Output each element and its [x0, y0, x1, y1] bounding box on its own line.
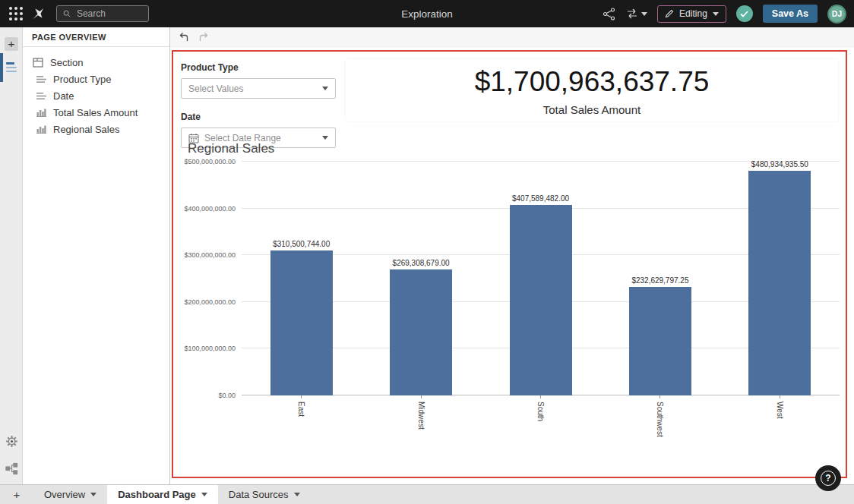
- sidebar-item-section[interactable]: Section: [23, 54, 169, 71]
- check-icon[interactable]: [736, 5, 753, 22]
- list-control-icon: [36, 92, 46, 100]
- tab-label: Overview: [44, 489, 85, 500]
- x-category-cell: East: [242, 395, 361, 461]
- x-category-cell: South: [481, 395, 600, 461]
- sidebar-item-regional-sales[interactable]: Regional Sales: [23, 121, 169, 137]
- y-tick-label: $200,000,000.00: [184, 298, 236, 306]
- bar-value-label: $310,500,744.00: [273, 240, 330, 248]
- page-tab-bar: + Overview Dashboard Page Data Sources: [0, 484, 854, 504]
- tab-overview[interactable]: Overview: [33, 485, 107, 504]
- sidebar-item-label: Date: [53, 90, 74, 102]
- x-category-label: East: [297, 402, 305, 417]
- x-category-label: South: [536, 402, 545, 421]
- bar-south[interactable]: [510, 205, 572, 395]
- add-object-button[interactable]: +: [5, 37, 18, 51]
- top-app-bar: Exploration Editing Save As DJ: [0, 0, 854, 27]
- sidebar-item-label: Total Sales Amount: [53, 107, 138, 118]
- bar-value-label: $480,934,935.50: [751, 160, 808, 169]
- left-icon-rail: +: [0, 27, 23, 484]
- sidebar-item-total-sales-amount[interactable]: Total Sales Amount: [23, 104, 169, 121]
- canvas-toolbar: [170, 27, 854, 47]
- list-control-icon: [36, 75, 46, 83]
- x-axis-tick: [540, 395, 541, 398]
- question-mark-icon: ?: [821, 471, 836, 486]
- x-category-label: Midwest: [417, 402, 425, 430]
- tab-data-sources[interactable]: Data Sources: [218, 485, 311, 504]
- x-category-cell: Southwest: [600, 395, 720, 461]
- editing-label: Editing: [679, 8, 707, 19]
- section-icon: [33, 58, 43, 68]
- x-axis-tick: [301, 395, 302, 398]
- y-tick-label: $100,000,000.00: [184, 345, 236, 352]
- panel-title: PAGE OVERVIEW: [23, 27, 169, 47]
- save-as-button[interactable]: Save As: [763, 5, 818, 23]
- y-tick-label: $400,000,000.00: [184, 205, 236, 213]
- y-tick-label: $500,000,000.00: [184, 158, 236, 165]
- bar-southwest[interactable]: [629, 287, 691, 395]
- chart-plot[interactable]: $310,500,744.00$269,308,679.00$407,589,4…: [242, 162, 840, 395]
- bar-midwest[interactable]: [390, 269, 452, 395]
- y-tick-label: $300,000,000.00: [184, 251, 236, 259]
- flow-icon[interactable]: [5, 462, 18, 478]
- x-axis-tick: [421, 395, 422, 398]
- bar-value-label: $269,308,679.00: [393, 259, 450, 267]
- chevron-down-icon: [322, 87, 328, 90]
- gear-icon[interactable]: [5, 435, 18, 451]
- sidebar-item-date[interactable]: Date: [23, 87, 169, 104]
- y-tick-label: $0.00: [218, 392, 236, 399]
- search-box[interactable]: [56, 5, 149, 22]
- search-icon: [63, 9, 71, 18]
- search-input[interactable]: [77, 8, 142, 19]
- chevron-down-icon: [90, 493, 96, 496]
- chevron-down-icon: [322, 136, 328, 140]
- undo-icon[interactable]: [177, 31, 189, 43]
- x-category-label: Southwest: [656, 402, 664, 437]
- editing-mode-dropdown[interactable]: Editing: [657, 5, 726, 23]
- add-page-button[interactable]: +: [0, 485, 33, 504]
- chevron-down-icon: [294, 493, 300, 496]
- bar-column: $310,500,744.00: [242, 162, 361, 395]
- redo-icon[interactable]: [198, 31, 210, 43]
- active-pane-indicator: [0, 53, 3, 82]
- chevron-down-icon: [641, 12, 647, 16]
- canvas-area: Product Type Select Values Date Select D…: [170, 27, 854, 484]
- bar-chart-icon: [36, 124, 46, 134]
- apps-grid-icon[interactable]: [9, 7, 23, 20]
- tab-dashboard-page[interactable]: Dashboard Page: [107, 485, 218, 504]
- transfer-icon[interactable]: [625, 8, 647, 20]
- kpi-value: $1,700,963,637.75: [346, 66, 838, 98]
- chart-x-labels: EastMidwestSouthSouthwestWest: [242, 395, 840, 461]
- tab-label: Dashboard Page: [118, 489, 196, 500]
- product-type-dropdown[interactable]: Select Values: [181, 78, 336, 99]
- x-category-cell: Midwest: [361, 395, 480, 461]
- objects-pane-icon[interactable]: [6, 62, 17, 72]
- chevron-down-icon: [201, 493, 207, 496]
- kpi-object[interactable]: $1,700,963,637.75 Total Sales Amount: [346, 59, 838, 121]
- brand-logo-icon[interactable]: [30, 6, 46, 21]
- bar-column: $480,934,935.50: [720, 162, 840, 395]
- tab-label: Data Sources: [229, 489, 289, 500]
- selected-page-region[interactable]: Product Type Select Values Date Select D…: [172, 50, 847, 478]
- x-category-cell: West: [720, 395, 840, 461]
- bar-column: $407,589,482.00: [481, 162, 600, 395]
- bar-east[interactable]: [270, 250, 333, 395]
- chevron-down-icon: [713, 12, 719, 16]
- avatar[interactable]: DJ: [827, 5, 846, 24]
- help-button[interactable]: ?: [815, 465, 841, 491]
- sidebar-item-label: Section: [50, 57, 83, 68]
- x-axis-tick: [780, 395, 780, 398]
- x-axis-tick: [659, 395, 660, 398]
- chart-bars: $310,500,744.00$269,308,679.00$407,589,4…: [242, 162, 840, 395]
- sidebar-item-label: Product Type: [53, 74, 111, 85]
- product-type-value: Select Values: [188, 83, 244, 94]
- bar-west[interactable]: [748, 171, 811, 395]
- page-overview-panel: PAGE OVERVIEW Section Product Type Date …: [23, 27, 170, 484]
- sidebar-item-label: Regional Sales: [53, 124, 119, 135]
- kpi-label: Total Sales Amount: [346, 103, 838, 116]
- sidebar-item-product-type[interactable]: Product Type: [23, 71, 169, 87]
- pencil-icon: [665, 9, 674, 18]
- bar-value-label: $407,589,482.00: [512, 194, 569, 203]
- chart-y-axis: $0.00$100,000,000.00$200,000,000.00$300,…: [173, 162, 236, 395]
- share-icon[interactable]: [603, 8, 615, 20]
- product-type-label: Product Type: [181, 62, 336, 73]
